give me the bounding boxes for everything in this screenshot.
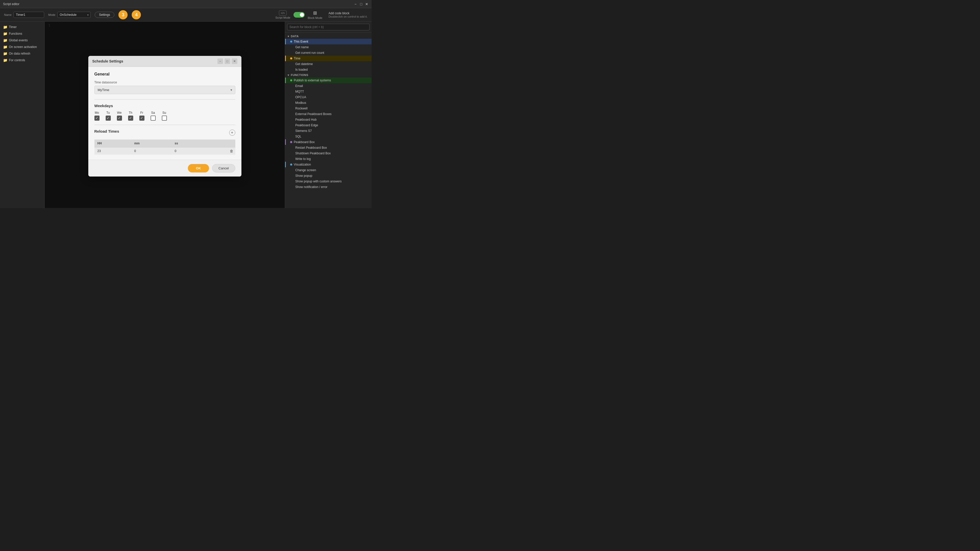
tree-item-peakboard-box[interactable]: Peakboard Box — [285, 139, 372, 145]
weekday-th-checkbox[interactable] — [128, 116, 133, 121]
block-mode-label: Block Mode — [308, 16, 322, 19]
folder-icon-global-events: 📁 — [3, 38, 7, 42]
table-row: 23 0 0 🗑 — [94, 147, 235, 155]
tree-item-peakboard-hub[interactable]: Peakboard Hub — [285, 117, 372, 122]
weekday-we: We — [117, 111, 122, 121]
peakboard-box-label: Peakboard Box — [294, 140, 315, 144]
tree-item-get-name[interactable]: Get name — [285, 44, 372, 50]
tree-item-external-peakboard-boxes[interactable]: External Peakboard Boxes — [285, 111, 372, 117]
tree-item-peakboard-edge[interactable]: Peakboard Edge — [285, 122, 372, 128]
tree-item-write-to-log[interactable]: Write to log — [285, 156, 372, 162]
modal-overlay: Schedule Settings − □ ✕ General Time dat… — [45, 22, 285, 208]
sidebar-item-for-controls[interactable]: 📁 For controls — [0, 57, 45, 64]
weekday-fr: Fr — [139, 111, 145, 121]
cancel-button[interactable]: Cancel — [212, 164, 235, 172]
modal-maximize-button[interactable]: □ — [224, 59, 230, 64]
modal-titlebar: Schedule Settings − □ ✕ — [88, 56, 242, 67]
weekday-we-checkbox[interactable] — [117, 116, 122, 121]
time-dot — [290, 57, 292, 59]
sidebar-item-timer-label: Timer — [9, 25, 17, 29]
functions-section-chevron: ▼ — [287, 74, 290, 76]
weekday-fr-checkbox[interactable] — [139, 116, 145, 121]
modal-title: Schedule Settings — [92, 59, 123, 63]
mode-toggle-switch[interactable] — [293, 12, 305, 17]
tree-item-change-screen[interactable]: Change screen — [285, 167, 372, 173]
weekday-tu-label: Tu — [107, 111, 110, 114]
tree-item-modbus[interactable]: Modbus — [285, 100, 372, 106]
times-table-header-row: HH mm ss — [94, 140, 235, 148]
ok-button[interactable]: OK — [188, 164, 209, 172]
settings-button[interactable]: Settings — [95, 12, 115, 18]
schedule-settings-modal: Schedule Settings − □ ✕ General Time dat… — [88, 56, 242, 176]
general-section-title: General — [94, 72, 235, 76]
tree-item-publish-external[interactable]: Publish to external systems — [285, 78, 372, 83]
weekday-we-label: We — [117, 111, 122, 114]
sidebar-item-timer[interactable]: 📁 Timer — [0, 24, 45, 30]
weekday-su-checkbox[interactable] — [162, 116, 167, 121]
time-datasource-select[interactable]: MyTime None — [94, 86, 235, 94]
weekdays-section-title: Weekdays — [94, 103, 235, 108]
data-section-header[interactable]: ▼ DATA — [285, 34, 372, 39]
tree-item-this-event[interactable]: This Event — [285, 39, 372, 44]
maximize-button[interactable]: □ — [360, 2, 363, 6]
sidebar-item-global-events[interactable]: 📁 Global events — [0, 37, 45, 44]
this-event-label: This Event — [294, 40, 308, 43]
folder-icon-timer: 📁 — [3, 25, 7, 29]
tree-item-get-current-run-count[interactable]: Get current run count — [285, 50, 372, 56]
weekday-sa-checkbox[interactable] — [151, 116, 156, 121]
weekday-tu-checkbox[interactable] — [106, 116, 111, 121]
modal-minimize-button[interactable]: − — [218, 59, 223, 64]
mode-label: Mode — [48, 13, 56, 16]
functions-section-header[interactable]: ▼ FUNCTIONS — [285, 73, 372, 78]
tree-item-show-popup-custom[interactable]: Show popup with custom answers — [285, 179, 372, 184]
tree-item-sql[interactable]: SQL — [285, 134, 372, 139]
right-panel: ▼ DATA This Event Get name Get current r… — [285, 22, 372, 208]
sidebar-item-for-controls-label: For controls — [9, 59, 25, 62]
tree-item-siemens-s7[interactable]: Siemens S7 — [285, 128, 372, 134]
data-section-label: DATA — [291, 35, 299, 38]
name-label: Name — [4, 13, 11, 16]
app-title: Script editor — [3, 2, 19, 6]
tree-item-visualization[interactable]: Visualization — [285, 162, 372, 167]
tree-item-show-popup[interactable]: Show popup — [285, 173, 372, 179]
name-input[interactable] — [14, 12, 44, 18]
tree-item-email[interactable]: Email — [285, 83, 372, 89]
tree-item-shutdown-peakboard-box[interactable]: Shutdown Peakboard Box — [285, 151, 372, 156]
add-code-block-info: Add code block Doubleclick on control to… — [328, 11, 368, 18]
sidebar-item-on-data-refresh-label: On data refresh — [9, 52, 30, 56]
time-datasource-wrapper: MyTime None ▾ — [94, 86, 235, 94]
sidebar-item-on-data-refresh[interactable]: 📁 On data refresh — [0, 50, 45, 57]
modal-close-button[interactable]: ✕ — [232, 59, 237, 64]
tree-item-time[interactable]: Time — [285, 56, 372, 61]
tree-item-restart-peakboard-box[interactable]: Restart Peakboard Box — [285, 145, 372, 151]
block-search-input[interactable] — [287, 24, 369, 30]
weekdays-row: Mo Tu We Th — [94, 111, 235, 121]
script-mode-group: </> Script Mode — [275, 11, 290, 19]
right-panel-tree[interactable]: ▼ DATA This Event Get name Get current r… — [285, 33, 372, 208]
delete-row-button[interactable]: 🗑 — [230, 149, 233, 153]
sidebar-item-on-screen-activation[interactable]: 📁 On screen activation — [0, 44, 45, 50]
tree-item-mqtt[interactable]: MQTT — [285, 89, 372, 94]
mode-select-wrapper: OnSchedule OnRefresh OnStart ▾ — [57, 12, 91, 18]
visualization-bar — [285, 162, 286, 167]
publish-external-label: Publish to external systems — [294, 79, 331, 82]
weekday-mo-checkbox[interactable] — [94, 116, 100, 121]
col-actions — [205, 140, 235, 148]
sidebar-item-functions[interactable]: 📁 Functions — [0, 30, 45, 37]
tree-item-rockwell[interactable]: Rockwell — [285, 106, 372, 111]
peakboard-box-dot — [290, 141, 292, 143]
mode-select[interactable]: OnSchedule OnRefresh OnStart — [57, 12, 91, 18]
tree-item-get-datetime[interactable]: Get datetime — [285, 61, 372, 67]
minimize-button[interactable]: − — [354, 2, 357, 6]
add-code-block-sub: Doubleclick on control to add it. — [328, 15, 368, 18]
weekday-th: Th — [128, 111, 133, 121]
block-mode-group: ⊞ Block Mode — [308, 10, 322, 19]
close-window-button[interactable]: ✕ — [365, 2, 369, 6]
time-label: Time — [294, 57, 301, 60]
center-content: 1 Schedule Settings − □ ✕ — [45, 22, 285, 208]
tree-item-show-notification[interactable]: Show notification / error — [285, 184, 372, 190]
col-mm: mm — [131, 140, 172, 148]
tree-item-is-loaded[interactable]: Is loaded — [285, 67, 372, 73]
add-reload-time-button[interactable]: + — [229, 130, 235, 136]
tree-item-opcua[interactable]: OPCUA — [285, 94, 372, 100]
